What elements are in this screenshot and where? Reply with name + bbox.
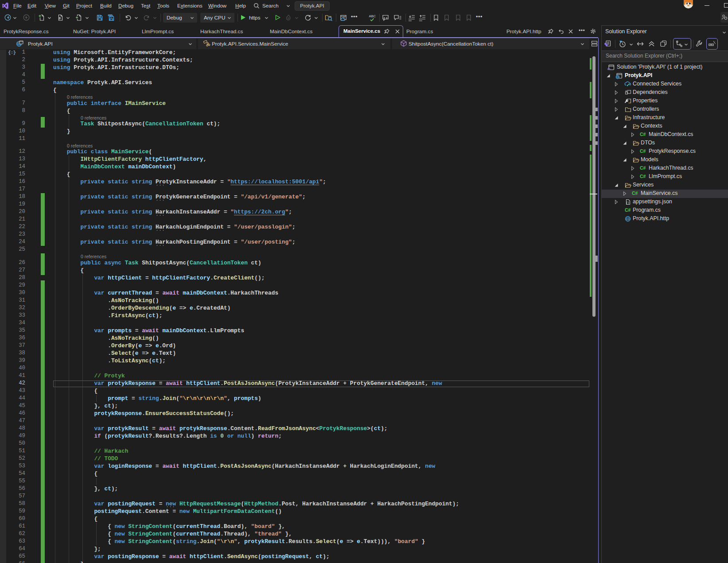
svg-text:{ }: { } [627,201,630,205]
svg-text:∞: ∞ [607,66,611,71]
svg-text:ABC: ABC [369,14,376,18]
